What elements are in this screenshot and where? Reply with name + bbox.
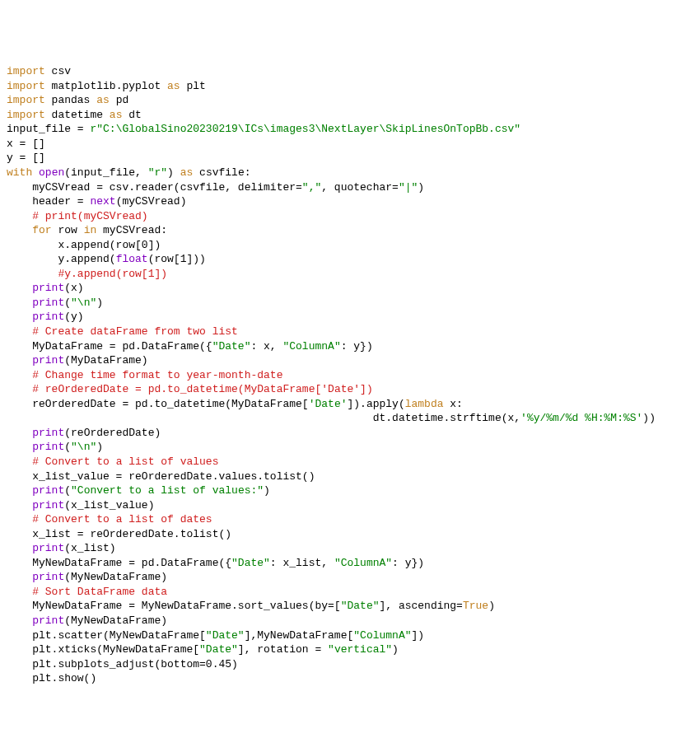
code-token: # Convert to a list of dates <box>32 513 212 525</box>
code-token: ) <box>418 181 424 194</box>
code-token: ( <box>64 484 71 497</box>
code-token: "ColumnA" <box>353 629 411 642</box>
code-line: print(x_list_value) <box>7 498 693 513</box>
code-token: : y}) <box>392 557 424 569</box>
code-token <box>7 513 32 525</box>
code-token: (myCSVread) <box>116 195 187 208</box>
code-token: (MyDataFrame) <box>64 354 147 367</box>
code-line: x = [] <box>7 137 693 152</box>
code-token: "|" <box>399 181 418 194</box>
code-token <box>7 297 32 309</box>
code-token: pd <box>110 94 128 106</box>
code-token <box>7 455 32 468</box>
code-token: myCSVread = csv.reader(csvfile, delimite… <box>7 181 302 194</box>
code-token: '%y/%m/%d %H:%M:%S' <box>520 412 642 424</box>
code-token <box>7 542 32 554</box>
code-line: plt.subplots_adjust(bottom=0.45) <box>7 657 693 672</box>
code-token: "Date" <box>206 629 245 642</box>
code-token: x_list_value = reOrderedDate.values.toli… <box>7 470 315 483</box>
code-token: ) <box>96 297 103 309</box>
code-token: MyDataFrame = pd.DataFrame({ <box>7 340 212 353</box>
code-token: lambda <box>405 398 444 410</box>
code-token: row <box>52 224 84 236</box>
code-token: (x_list_value) <box>64 499 154 511</box>
code-token: print <box>32 614 64 627</box>
code-line: import datetime as dt <box>7 108 693 123</box>
code-token: print <box>32 571 64 583</box>
code-token: y = [] <box>7 152 45 164</box>
code-token: # reOrderedDate = pd.to_datetime(MyDataF… <box>32 383 372 395</box>
code-token: print <box>32 282 64 294</box>
code-token: ]).apply( <box>347 398 404 410</box>
code-token <box>7 311 32 323</box>
code-token: (MyNewDataFrame) <box>64 614 167 627</box>
code-line: # Change time format to year-month-date <box>7 368 693 383</box>
code-line: #y.append(row[1]) <box>7 267 693 282</box>
code-token: 'Date' <box>309 398 348 410</box>
code-token <box>7 369 32 381</box>
code-token <box>7 427 32 439</box>
code-token: plt.scatter(MyNewDataFrame[ <box>7 629 206 642</box>
code-token: csv <box>45 65 71 77</box>
code-token: (input_file, <box>64 166 147 179</box>
code-line: print(x) <box>7 281 693 296</box>
code-line: x_list = reOrderedDate.tolist() <box>7 527 693 542</box>
code-token: ) <box>392 643 399 656</box>
code-token <box>7 268 58 280</box>
code-token: reOrderedDate = pd.to_datetime(MyDataFra… <box>7 398 309 410</box>
code-line: import matplotlib.pyplot as plt <box>7 79 693 94</box>
code-token: x_list = reOrderedDate.tolist() <box>7 528 231 540</box>
code-token: for <box>32 224 51 236</box>
code-line: # Convert to a list of dates <box>7 512 693 527</box>
code-line: print("\n") <box>7 440 693 455</box>
code-token: "\n" <box>71 441 96 453</box>
code-token: # print(myCSVread) <box>32 210 147 222</box>
code-token: print <box>32 484 64 497</box>
code-line: # Convert to a list of values <box>7 455 693 469</box>
code-token <box>7 210 32 222</box>
code-line: dt.datetime.strftime(x,'%y/%m/%d %H:%M:%… <box>7 411 693 426</box>
code-line: MyNewDataFrame = pd.DataFrame({"Date": x… <box>7 556 693 571</box>
code-token: #y.append(row[1]) <box>58 268 167 280</box>
code-token: : x, <box>250 340 282 353</box>
code-token <box>7 484 32 497</box>
code-line: print(reOrderedDate) <box>7 426 693 441</box>
code-token: float <box>116 253 148 265</box>
code-line: print("Convert to a list of values:") <box>7 483 693 498</box>
code-token: "r" <box>148 166 167 179</box>
code-token <box>7 325 32 338</box>
code-token: ]) <box>412 629 425 642</box>
code-token: with <box>7 166 32 179</box>
code-token: as <box>110 109 123 121</box>
code-token: print <box>32 427 64 439</box>
code-token: # Convert to a list of values <box>32 455 218 468</box>
code-token <box>32 166 39 179</box>
code-token: import <box>7 65 45 77</box>
code-token <box>7 383 32 395</box>
code-token: datetime <box>45 109 110 121</box>
code-token: MyNewDataFrame = MyNewDataFrame.sort_val… <box>7 600 341 612</box>
code-line: x_list_value = reOrderedDate.values.toli… <box>7 469 693 484</box>
code-token: "Convert to a list of values:" <box>71 484 264 497</box>
code-token <box>7 614 32 627</box>
code-token: True <box>463 600 488 612</box>
code-token: , quotechar= <box>321 181 399 194</box>
code-token: ) <box>96 441 103 453</box>
code-line: # Create dataFrame from two list <box>7 325 693 339</box>
code-line: MyDataFrame = pd.DataFrame({"Date": x, "… <box>7 339 693 354</box>
code-block: import csvimport matplotlib.pyplot as pl… <box>7 64 693 686</box>
code-token: )) <box>642 412 656 424</box>
code-token: as <box>180 166 194 179</box>
code-token: ], rotation = <box>238 643 328 656</box>
code-token: as <box>96 94 110 106</box>
code-token: ], ascending= <box>379 600 462 612</box>
code-token: ],MyNewDataFrame[ <box>245 629 354 642</box>
code-token <box>7 571 32 583</box>
code-token: x: <box>444 398 463 410</box>
code-token: (x) <box>64 282 83 294</box>
code-line: print("\n") <box>7 296 693 311</box>
code-line: y.append(float(row[1])) <box>7 252 693 267</box>
code-token: (reOrderedDate) <box>64 427 161 439</box>
code-token: ) <box>167 166 180 179</box>
code-token: open <box>39 166 64 179</box>
